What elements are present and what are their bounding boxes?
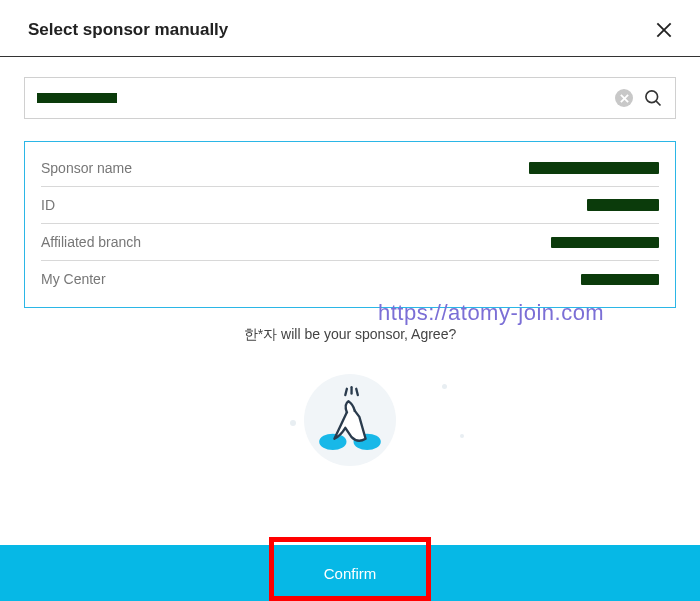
dot-icon	[460, 434, 464, 438]
row-center: My Center	[41, 261, 659, 297]
dot-icon	[442, 384, 447, 389]
value-sponsor-name	[529, 162, 659, 174]
row-id: ID	[41, 187, 659, 224]
search-input[interactable]	[37, 93, 117, 103]
illustration	[24, 374, 676, 466]
svg-point-6	[320, 435, 345, 449]
label-branch: Affiliated branch	[41, 234, 141, 250]
row-sponsor-name: Sponsor name	[41, 150, 659, 187]
value-center	[581, 274, 659, 285]
search-field-wrap	[24, 77, 676, 119]
row-branch: Affiliated branch	[41, 224, 659, 261]
search-icon	[643, 88, 663, 108]
confirm-label: Confirm	[324, 565, 377, 582]
svg-line-5	[656, 101, 661, 106]
handshake-bg	[304, 374, 396, 466]
svg-point-4	[646, 91, 658, 103]
search-button[interactable]	[643, 88, 663, 108]
label-sponsor-name: Sponsor name	[41, 160, 132, 176]
clear-icon	[620, 94, 629, 103]
agree-name: 한*자	[244, 326, 277, 342]
label-id: ID	[41, 197, 55, 213]
agree-text: 한*자 will be your sponsor, Agree?	[24, 326, 676, 344]
handshake-icon	[311, 381, 389, 459]
close-icon	[654, 20, 674, 40]
value-id	[587, 199, 659, 211]
close-button[interactable]	[652, 18, 676, 42]
modal-title: Select sponsor manually	[28, 20, 228, 40]
modal-header: Select sponsor manually	[0, 0, 700, 57]
svg-line-10	[356, 389, 358, 395]
modal-content: Sponsor name ID Affiliated branch My Cen…	[0, 57, 700, 466]
svg-line-8	[345, 389, 347, 395]
clear-search-button[interactable]	[615, 89, 633, 107]
label-center: My Center	[41, 271, 106, 287]
dot-icon	[290, 420, 296, 426]
agree-suffix: will be your sponsor, Agree?	[277, 326, 456, 342]
confirm-bar: Confirm	[0, 545, 700, 601]
value-branch	[551, 237, 659, 248]
sponsor-card: Sponsor name ID Affiliated branch My Cen…	[24, 141, 676, 308]
confirm-button[interactable]: Confirm	[272, 545, 428, 601]
